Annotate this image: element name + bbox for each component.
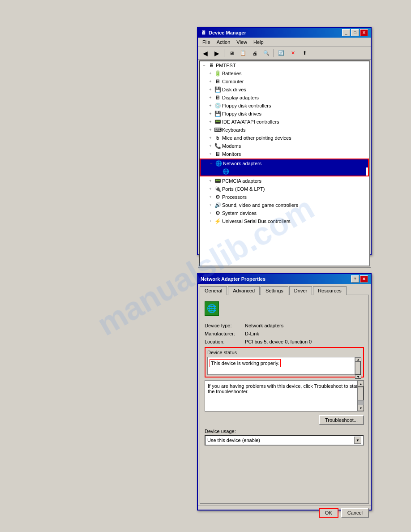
info-scroll-up[interactable]: ▲ <box>358 381 364 387</box>
location-value: PCI bus 5, device 0, function 0 <box>245 339 312 344</box>
tree-item-modems[interactable]: + 📞 Modems <box>200 142 369 150</box>
scroll-thumb[interactable] <box>355 361 361 375</box>
batteries-expand[interactable]: + <box>207 70 214 77</box>
pcmcia-expand[interactable]: + <box>207 177 214 184</box>
monitors-label: Monitors <box>222 151 241 157</box>
tab-driver[interactable]: Driver <box>289 286 312 295</box>
keyboards-label: Keyboards <box>222 127 246 133</box>
refresh-button[interactable]: 🔄 <box>276 48 287 58</box>
scroll-track <box>355 361 361 375</box>
tree-item-display[interactable]: + 🖥 Display adapters <box>200 94 369 102</box>
props-help-button[interactable]: ? <box>351 275 359 283</box>
processors-expand[interactable]: + <box>207 193 214 201</box>
network-expand[interactable]: − <box>208 160 215 167</box>
dropdown-arrow-icon[interactable]: ▼ <box>354 437 361 444</box>
tree-item-pcmcia[interactable]: + 📟 PCMCIA adapters <box>200 177 369 185</box>
info-scroll-thumb[interactable] <box>358 387 364 400</box>
system-expand[interactable]: + <box>207 210 214 217</box>
uninstall-button[interactable]: ✕ <box>287 48 298 58</box>
device-manager-icon: 🖥 <box>201 30 207 36</box>
info-scrollbar[interactable]: ▲ ▼ <box>357 381 364 411</box>
tree-item-ports[interactable]: + 🔌 Ports (COM & LPT) <box>200 185 369 193</box>
network-icon: 🌐 <box>215 160 222 167</box>
menu-help[interactable]: Help <box>251 39 266 46</box>
device-manager-window: 🖥 Device Manager _ □ ✕ File Action View … <box>197 27 372 255</box>
ports-icon: 🔌 <box>214 185 221 193</box>
toolbar: ◀ ▶ 🖥 📋 🖨 🔍 🔄 ✕ ⬆ <box>198 47 371 60</box>
tab-settings[interactable]: Settings <box>261 286 288 295</box>
floppy-drives-expand[interactable]: + <box>207 110 214 117</box>
device-usage-label: Device usage: <box>205 429 364 434</box>
print-button[interactable]: 🖨 <box>249 48 260 58</box>
toolbar-separator-1 <box>224 49 224 57</box>
cancel-button[interactable]: Cancel <box>341 508 369 518</box>
tree-item-batteries[interactable]: + 🔋 Batteries <box>200 69 369 77</box>
scroll-down-btn[interactable]: ▼ <box>355 375 361 379</box>
sound-expand[interactable]: + <box>207 202 214 209</box>
tab-advanced[interactable]: Advanced <box>228 286 260 295</box>
menu-action[interactable]: Action <box>214 39 233 46</box>
status-scrollbar[interactable]: ▲ ▼ <box>355 357 361 374</box>
disk-expand[interactable]: + <box>207 86 214 93</box>
scroll-up-btn[interactable]: ▲ <box>355 357 361 361</box>
info-scroll-down[interactable]: ▼ <box>358 405 364 411</box>
device-tree[interactable]: − 🖥 PMTEST + 🔋 Batteries + 🖥 Computer + … <box>199 60 370 266</box>
tab-resources[interactable]: Resources <box>313 286 347 295</box>
scan-button[interactable]: 🔍 <box>261 48 272 58</box>
device-status-box: This device is working properly. ▲ ▼ <box>207 357 361 375</box>
keyboards-expand[interactable]: + <box>207 126 214 133</box>
usb-label: Universal Serial Bus controllers <box>222 219 291 224</box>
tree-item-network-adapter[interactable]: 🌐 <box>201 167 366 176</box>
tree-item-network[interactable]: − 🌐 Network adapters <box>201 159 368 167</box>
tree-root[interactable]: − 🖥 PMTEST <box>200 61 369 69</box>
display-icon: 🖥 <box>214 94 221 101</box>
tree-item-disk-drives[interactable]: + 💾 Disk drives <box>200 86 369 94</box>
modems-expand[interactable]: + <box>207 142 214 150</box>
ide-expand[interactable]: + <box>207 118 214 125</box>
tree-item-system[interactable]: + ⚙ System devices <box>200 209 369 217</box>
info-scroll-track <box>358 387 364 405</box>
display-label: Display adapters <box>222 95 259 100</box>
tree-item-usb[interactable]: + ⚡ Universal Serial Bus controllers <box>200 217 369 225</box>
device-type-value: Network adapters <box>245 323 283 328</box>
display-expand[interactable]: + <box>207 94 214 101</box>
ok-button[interactable]: OK <box>319 508 338 518</box>
menu-file[interactable]: File <box>200 39 213 46</box>
monitors-expand[interactable]: + <box>207 150 214 158</box>
tree-item-keyboards[interactable]: + ⌨ Keyboards <box>200 126 369 134</box>
location-row: Location: PCI bus 5, device 0, function … <box>205 339 364 344</box>
ports-expand[interactable]: + <box>207 185 214 193</box>
system-label: System devices <box>222 210 257 216</box>
usb-expand[interactable]: + <box>207 218 214 225</box>
props-close-button[interactable]: ✕ <box>360 275 368 283</box>
tree-item-monitors[interactable]: + 🖥 Monitors <box>200 150 369 158</box>
computer-view-button[interactable]: 🖥 <box>226 48 237 58</box>
mice-expand[interactable]: + <box>207 134 214 142</box>
batteries-label: Batteries <box>222 71 241 76</box>
manufacturer-label: Manufacturer: <box>205 331 245 336</box>
update-button[interactable]: ⬆ <box>299 48 310 58</box>
tree-item-computer[interactable]: + 🖥 Computer <box>200 77 369 86</box>
back-button[interactable]: ◀ <box>200 48 210 58</box>
forward-button[interactable]: ▶ <box>211 48 222 58</box>
tree-item-mice[interactable]: + 🖱 Mice and other pointing devices <box>200 134 369 142</box>
device-status-container: Device status This device is working pro… <box>205 347 364 378</box>
tab-general[interactable]: General <box>200 286 227 295</box>
tree-item-processors[interactable]: + ⚙ Processors <box>200 193 369 201</box>
tree-item-floppy-ctrl[interactable]: + 💿 Floppy disk controllers <box>200 102 369 110</box>
root-expand-icon[interactable]: − <box>201 62 208 69</box>
tree-item-floppy-drives[interactable]: + 💾 Floppy disk drives <box>200 110 369 118</box>
troubleshoot-button[interactable]: Troubleshoot... <box>319 415 364 425</box>
computer-expand[interactable]: + <box>207 78 214 85</box>
menu-view[interactable]: View <box>234 39 250 46</box>
close-button[interactable]: ✕ <box>360 29 368 36</box>
modems-icon: 📞 <box>214 142 221 150</box>
tree-item-ide[interactable]: + 📟 IDE ATA/ATAPI controllers <box>200 118 369 126</box>
properties-button[interactable]: 📋 <box>238 48 248 58</box>
tree-item-sound[interactable]: + 🔊 Sound, video and game controllers <box>200 201 369 209</box>
minimize-button[interactable]: _ <box>342 29 350 36</box>
device-usage-dropdown[interactable]: Use this device (enable) ▼ <box>205 435 364 446</box>
maximize-button[interactable]: □ <box>351 29 359 36</box>
floppy-ctrl-expand[interactable]: + <box>207 102 214 109</box>
processors-label: Processors <box>222 194 247 200</box>
